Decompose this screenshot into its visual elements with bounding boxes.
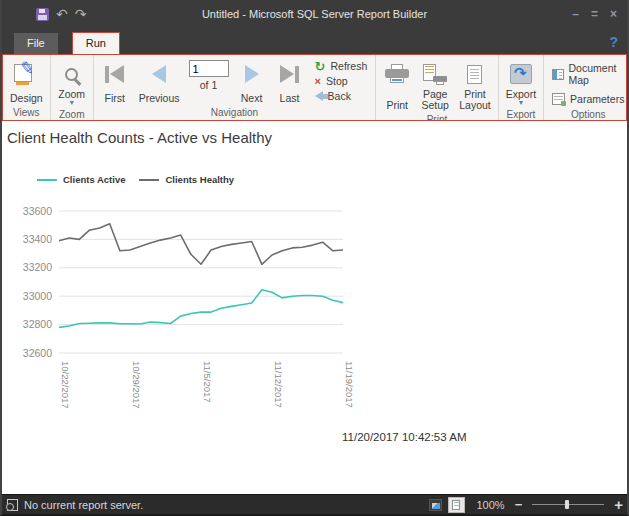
report-server-icon: [7, 499, 18, 511]
printer-icon: [385, 64, 409, 84]
print-layout-icon: [467, 65, 482, 84]
export-icon: ↷: [510, 64, 532, 84]
app-window: Untitled - Microsoft SQL Server Report B…: [0, 0, 629, 516]
tab-file[interactable]: File: [14, 33, 58, 54]
next-icon: [245, 65, 259, 83]
print-button[interactable]: Print: [378, 57, 416, 113]
first-icon: [105, 65, 124, 83]
page-of-label: of 1: [200, 79, 218, 91]
report-viewer: Client Health Counts - Active vs Healthy…: [2, 121, 627, 494]
x-axis-tick-label: 11/19/2017: [344, 361, 355, 408]
series-line-clients-active: [59, 290, 343, 328]
export-button[interactable]: ↷ Export ▼: [501, 57, 541, 108]
document-map-icon: [552, 69, 563, 80]
parameters-icon: [552, 93, 565, 105]
document-map-button[interactable]: Document Map: [552, 62, 624, 86]
previous-button[interactable]: Previous: [134, 57, 185, 106]
ribbon-toolbar: ✎ Design Views Zoom ▼ Zoom First: [2, 54, 627, 121]
navigation-group-label: Navigation: [96, 106, 374, 120]
parameters-button[interactable]: Parameters: [552, 93, 624, 105]
y-axis-tick-label: 33400: [23, 233, 52, 245]
page-number-box: of 1: [185, 57, 233, 106]
zoom-slider-thumb[interactable]: [565, 500, 569, 509]
zoom-in-button[interactable]: +: [614, 496, 623, 513]
print-layout-button[interactable]: Print Layout: [454, 57, 496, 113]
help-icon[interactable]: ?: [609, 34, 618, 50]
ribbon-group-zoom: Zoom ▼ Zoom: [51, 55, 94, 120]
first-button[interactable]: First: [96, 57, 134, 106]
close-button[interactable]: ×: [610, 8, 617, 20]
window-titlebar: Untitled - Microsoft SQL Server Report B…: [2, 0, 627, 28]
back-icon: [315, 91, 323, 101]
refresh-icon: ↻: [315, 61, 326, 72]
x-axis-tick-label: 11/12/2017: [273, 361, 284, 408]
run-view-icon: [452, 500, 460, 510]
y-axis-tick-label: 33200: [23, 261, 52, 273]
x-axis-tick-label: 10/22/2017: [60, 361, 71, 409]
design-button[interactable]: ✎ Design: [5, 57, 48, 106]
minimize-button[interactable]: –: [572, 8, 579, 20]
zoom-out-button[interactable]: −: [515, 497, 523, 512]
magnifier-icon: [65, 68, 78, 81]
y-axis-tick-label: 33600: [23, 205, 52, 217]
maximize-button[interactable]: =: [591, 8, 598, 20]
series-line-clients-healthy: [59, 224, 343, 264]
zoom-group-label: Zoom: [53, 108, 91, 121]
export-group-label: Export: [501, 108, 541, 121]
line-chart: 32600328003300033200334003360010/22/2017…: [2, 193, 602, 418]
last-button[interactable]: Last: [271, 57, 309, 106]
window-title: Untitled - Microsoft SQL Server Report B…: [2, 8, 627, 20]
next-button[interactable]: Next: [233, 57, 271, 106]
x-axis-tick-label: 10/29/2017: [131, 361, 142, 409]
back-button[interactable]: Back: [315, 90, 368, 102]
design-view-icon[interactable]: [429, 499, 442, 511]
y-axis-tick-label: 32800: [23, 318, 52, 330]
last-icon: [280, 65, 299, 83]
ribbon-group-options: Document Map Parameters Options: [544, 55, 627, 120]
page-setup-icon: [423, 64, 447, 85]
legend-label-healthy: Clients Healthy: [165, 174, 234, 185]
legend-swatch-healthy: [139, 179, 159, 181]
ribbon-tab-row: File Run ?: [2, 28, 627, 54]
zoom-dropdown-caret-icon: ▼: [68, 100, 75, 106]
chart-svg: 32600328003300033200334003360010/22/2017…: [2, 193, 602, 418]
legend-item-clients-active: Clients Active: [37, 174, 125, 185]
stop-button[interactable]: × Stop: [315, 75, 368, 87]
y-axis-tick-label: 33000: [23, 290, 52, 302]
previous-icon: [152, 65, 166, 83]
zoom-level: 100%: [477, 499, 505, 511]
views-group-label: Views: [5, 106, 48, 120]
stop-icon: ×: [315, 76, 321, 87]
ribbon-group-navigation: First Previous of 1 Next Last: [94, 55, 377, 120]
options-group-label: Options: [546, 108, 627, 121]
export-dropdown-caret-icon: ▼: [517, 100, 524, 106]
zoom-button[interactable]: Zoom ▼: [53, 57, 91, 108]
legend-swatch-active: [37, 179, 57, 181]
ribbon-group-print: Print Page Setup Print Layout Print: [376, 55, 499, 120]
design-icon: ✎: [14, 62, 38, 86]
ribbon-group-export: ↷ Export ▼ Export: [499, 55, 544, 120]
save-icon[interactable]: [36, 8, 49, 21]
ribbon-group-views: ✎ Design Views: [3, 55, 51, 120]
report-timestamp: 11/20/2017 10:42:53 AM: [342, 431, 466, 443]
run-view-button[interactable]: [448, 497, 465, 513]
refresh-button[interactable]: ↻ Refresh: [315, 60, 368, 72]
x-axis-tick-label: 11/5/2017: [202, 361, 213, 403]
y-axis-tick-label: 32600: [23, 347, 52, 359]
zoom-slider[interactable]: [532, 500, 604, 509]
page-setup-button[interactable]: Page Setup: [416, 57, 454, 113]
report-title: Client Health Counts - Active vs Healthy: [7, 129, 272, 146]
print-group-label: Print: [378, 113, 496, 121]
legend-item-clients-healthy: Clients Healthy: [139, 174, 234, 185]
statusbar: No current report server. 100% − +: [2, 494, 627, 514]
tab-run[interactable]: Run: [72, 32, 120, 54]
window-controls: – = ×: [572, 8, 627, 20]
chart-legend: Clients Active Clients Healthy: [37, 174, 234, 185]
page-number-input[interactable]: [189, 60, 229, 77]
legend-label-active: Clients Active: [63, 174, 125, 185]
status-message: No current report server.: [24, 499, 143, 511]
